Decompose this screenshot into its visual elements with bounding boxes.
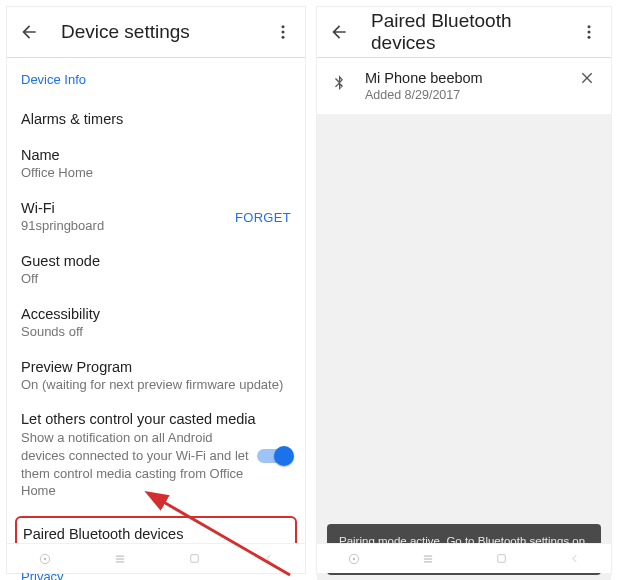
svg-rect-14 [424,555,432,556]
svg-point-11 [588,36,591,39]
android-navbar [317,543,611,573]
device-name: Mi Phone beebom [365,70,579,86]
wifi-value: 91springboard [21,218,235,235]
casted-toggle[interactable] [257,449,291,463]
svg-point-13 [353,557,355,559]
svg-point-9 [588,25,591,28]
preview-program-item[interactable]: Preview Program On (waiting for next pre… [21,351,291,402]
name-label: Name [21,147,291,163]
settings-content: Device Info Alarms & timers Name Office … [7,58,305,580]
android-navbar [7,543,305,573]
back-icon[interactable] [327,20,351,44]
casted-desc: Show a notification on all Android devic… [21,429,257,499]
svg-rect-5 [115,555,123,556]
guest-label: Guest mode [21,253,291,269]
body-area: Pairing mode active. Go to Bluetooth set… [317,114,611,580]
screen-title: Device settings [61,21,271,43]
appbar: Paired Bluetooth devices [317,7,611,57]
device-added: Added 8/29/2017 [365,88,579,102]
svg-point-1 [282,31,285,34]
guest-mode-item[interactable]: Guest mode Off [21,245,291,296]
nav-back-icon[interactable] [568,552,581,565]
paired-label: Paired Bluetooth devices [23,526,289,542]
svg-point-10 [588,31,591,34]
wifi-item[interactable]: Wi-Fi 91springboard FORGET [21,192,291,243]
nav-recent-icon[interactable] [421,552,435,566]
svg-rect-17 [498,555,506,563]
casted-media-item[interactable]: Let others control your casted media Sho… [21,403,291,507]
paired-devices-screen: Paired Bluetooth devices Mi Phone beebom… [316,6,612,574]
accessibility-label: Accessibility [21,306,291,322]
nav-back-icon[interactable] [262,552,275,565]
wifi-label: Wi-Fi [21,200,235,216]
guest-value: Off [21,271,291,288]
appbar: Device settings [7,7,305,57]
nav-home-icon[interactable] [495,552,508,565]
nav-target-icon[interactable] [347,552,361,566]
svg-rect-7 [115,561,123,562]
svg-rect-16 [424,561,432,562]
svg-rect-15 [424,558,432,559]
paired-device-row[interactable]: Mi Phone beebom Added 8/29/2017 [317,58,611,114]
more-icon[interactable] [577,20,601,44]
svg-rect-8 [190,555,198,563]
preview-label: Preview Program [21,359,291,375]
nav-home-icon[interactable] [188,552,201,565]
alarms-heading: Alarms & timers [21,101,291,139]
casted-label: Let others control your casted media [21,411,257,427]
nav-recent-icon[interactable] [113,552,127,566]
more-icon[interactable] [271,20,295,44]
svg-rect-6 [115,558,123,559]
name-item[interactable]: Name Office Home [21,139,291,190]
svg-point-2 [282,36,285,39]
name-value: Office Home [21,165,291,182]
svg-point-4 [43,557,45,559]
back-icon[interactable] [17,20,41,44]
bluetooth-icon [331,72,351,96]
device-info-link[interactable]: Device Info [21,58,291,101]
preview-value: On (waiting for next preview firmware up… [21,377,291,394]
screen-title: Paired Bluetooth devices [371,10,577,54]
forget-button[interactable]: FORGET [235,210,291,225]
accessibility-item[interactable]: Accessibility Sounds off [21,298,291,349]
accessibility-value: Sounds off [21,324,291,341]
device-settings-screen: Device settings Device Info Alarms & tim… [6,6,306,574]
nav-target-icon[interactable] [38,552,52,566]
svg-point-0 [282,25,285,28]
close-icon[interactable] [579,70,597,88]
